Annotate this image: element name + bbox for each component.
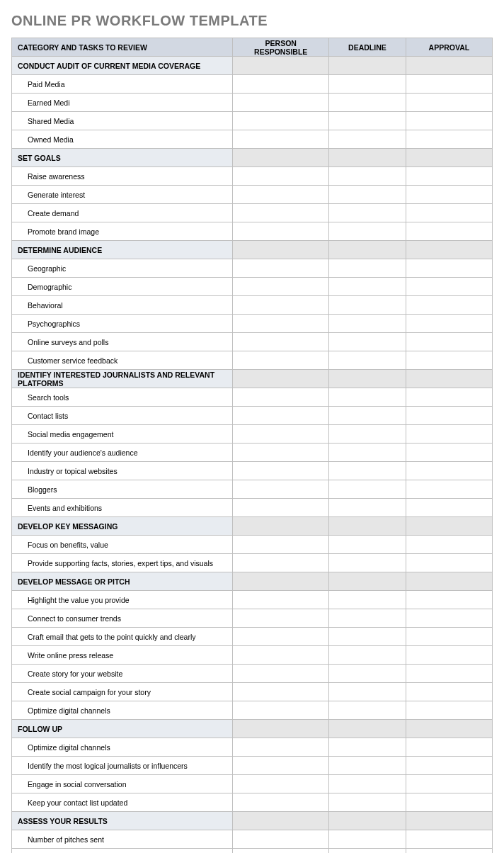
task-blank-cell[interactable] <box>329 499 406 517</box>
task-blank-cell[interactable] <box>406 609 492 628</box>
task-blank-cell[interactable] <box>233 94 329 112</box>
task-blank-cell[interactable] <box>233 425 329 444</box>
task-blank-cell[interactable] <box>329 757 406 775</box>
task-blank-cell[interactable] <box>233 462 329 480</box>
task-blank-cell[interactable] <box>406 646 492 665</box>
task-blank-cell[interactable] <box>406 333 492 351</box>
task-blank-cell[interactable] <box>329 701 406 720</box>
task-blank-cell[interactable] <box>329 683 406 701</box>
task-blank-cell[interactable] <box>329 628 406 646</box>
task-blank-cell[interactable] <box>329 536 406 554</box>
task-blank-cell[interactable] <box>329 425 406 444</box>
task-blank-cell[interactable] <box>329 444 406 462</box>
task-blank-cell[interactable] <box>233 793 329 812</box>
task-blank-cell[interactable] <box>329 830 406 849</box>
task-blank-cell[interactable] <box>233 186 329 204</box>
task-blank-cell[interactable] <box>406 278 492 296</box>
task-blank-cell[interactable] <box>406 75 492 94</box>
task-blank-cell[interactable] <box>233 628 329 646</box>
task-blank-cell[interactable] <box>406 499 492 517</box>
task-blank-cell[interactable] <box>233 130 329 149</box>
task-blank-cell[interactable] <box>406 554 492 572</box>
task-blank-cell[interactable] <box>406 167 492 186</box>
task-blank-cell[interactable] <box>329 609 406 628</box>
task-blank-cell[interactable] <box>329 222 406 241</box>
task-blank-cell[interactable] <box>233 609 329 628</box>
task-blank-cell[interactable] <box>233 554 329 572</box>
task-blank-cell[interactable] <box>233 351 329 370</box>
task-blank-cell[interactable] <box>406 757 492 775</box>
task-blank-cell[interactable] <box>233 333 329 351</box>
task-blank-cell[interactable] <box>233 296 329 315</box>
task-blank-cell[interactable] <box>233 849 329 854</box>
task-blank-cell[interactable] <box>329 738 406 757</box>
task-blank-cell[interactable] <box>329 665 406 683</box>
task-blank-cell[interactable] <box>406 130 492 149</box>
task-blank-cell[interactable] <box>406 480 492 499</box>
task-blank-cell[interactable] <box>233 222 329 241</box>
task-blank-cell[interactable] <box>329 793 406 812</box>
task-blank-cell[interactable] <box>233 536 329 554</box>
task-blank-cell[interactable] <box>233 775 329 793</box>
task-blank-cell[interactable] <box>406 351 492 370</box>
task-blank-cell[interactable] <box>406 628 492 646</box>
task-blank-cell[interactable] <box>406 775 492 793</box>
task-blank-cell[interactable] <box>329 775 406 793</box>
task-blank-cell[interactable] <box>406 444 492 462</box>
task-blank-cell[interactable] <box>406 683 492 701</box>
task-blank-cell[interactable] <box>329 167 406 186</box>
task-blank-cell[interactable] <box>329 186 406 204</box>
task-blank-cell[interactable] <box>233 738 329 757</box>
task-blank-cell[interactable] <box>233 646 329 665</box>
task-blank-cell[interactable] <box>406 425 492 444</box>
task-blank-cell[interactable] <box>406 462 492 480</box>
task-blank-cell[interactable] <box>233 112 329 130</box>
task-blank-cell[interactable] <box>406 849 492 854</box>
task-blank-cell[interactable] <box>329 333 406 351</box>
task-blank-cell[interactable] <box>233 278 329 296</box>
task-blank-cell[interactable] <box>406 259 492 278</box>
task-blank-cell[interactable] <box>329 462 406 480</box>
task-blank-cell[interactable] <box>406 665 492 683</box>
task-blank-cell[interactable] <box>406 204 492 222</box>
task-blank-cell[interactable] <box>406 830 492 849</box>
task-blank-cell[interactable] <box>329 278 406 296</box>
task-blank-cell[interactable] <box>406 112 492 130</box>
task-blank-cell[interactable] <box>406 296 492 315</box>
task-blank-cell[interactable] <box>233 757 329 775</box>
task-blank-cell[interactable] <box>233 167 329 186</box>
task-blank-cell[interactable] <box>406 591 492 609</box>
task-blank-cell[interactable] <box>233 75 329 94</box>
task-blank-cell[interactable] <box>329 75 406 94</box>
task-blank-cell[interactable] <box>406 222 492 241</box>
task-blank-cell[interactable] <box>406 94 492 112</box>
task-blank-cell[interactable] <box>329 480 406 499</box>
task-blank-cell[interactable] <box>233 480 329 499</box>
task-blank-cell[interactable] <box>233 444 329 462</box>
task-blank-cell[interactable] <box>329 388 406 407</box>
task-blank-cell[interactable] <box>406 186 492 204</box>
task-blank-cell[interactable] <box>329 407 406 425</box>
task-blank-cell[interactable] <box>406 793 492 812</box>
task-blank-cell[interactable] <box>406 536 492 554</box>
task-blank-cell[interactable] <box>329 259 406 278</box>
task-blank-cell[interactable] <box>406 701 492 720</box>
task-blank-cell[interactable] <box>406 315 492 333</box>
task-blank-cell[interactable] <box>329 591 406 609</box>
task-blank-cell[interactable] <box>329 351 406 370</box>
task-blank-cell[interactable] <box>329 94 406 112</box>
task-blank-cell[interactable] <box>233 388 329 407</box>
task-blank-cell[interactable] <box>329 554 406 572</box>
task-blank-cell[interactable] <box>329 112 406 130</box>
task-blank-cell[interactable] <box>233 665 329 683</box>
task-blank-cell[interactable] <box>406 738 492 757</box>
task-blank-cell[interactable] <box>329 130 406 149</box>
task-blank-cell[interactable] <box>233 701 329 720</box>
task-blank-cell[interactable] <box>233 591 329 609</box>
task-blank-cell[interactable] <box>233 259 329 278</box>
task-blank-cell[interactable] <box>233 499 329 517</box>
task-blank-cell[interactable] <box>329 204 406 222</box>
task-blank-cell[interactable] <box>329 315 406 333</box>
task-blank-cell[interactable] <box>233 315 329 333</box>
task-blank-cell[interactable] <box>233 204 329 222</box>
